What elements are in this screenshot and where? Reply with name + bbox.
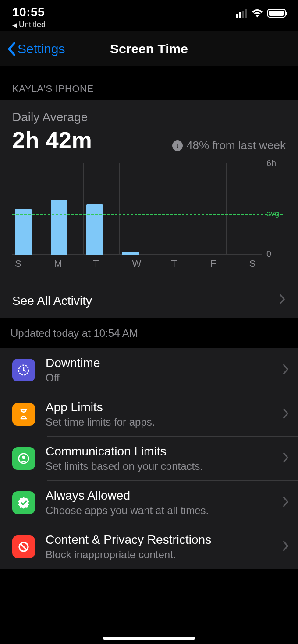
communication-limits-title: Communication Limits: [46, 444, 272, 458]
communication-limits-sub: Set limits based on your contacts.: [46, 460, 272, 472]
chevron-right-icon: [279, 294, 286, 308]
communication-limits-row[interactable]: Communication Limits Set limits based on…: [0, 437, 298, 480]
see-all-activity-label: See All Activity: [12, 294, 92, 308]
updated-timestamp: Updated today at 10:54 AM: [0, 318, 298, 348]
app-limits-title: App Limits: [46, 400, 272, 414]
chevron-right-icon: [282, 408, 289, 421]
checkmark-seal-icon: [12, 491, 35, 514]
status-right: [236, 5, 286, 18]
device-section-header: KAYLA'S IPHONE: [0, 66, 298, 100]
svg-line-4: [21, 544, 27, 550]
downtime-row[interactable]: Downtime Off: [0, 348, 298, 392]
weekly-change: ↓ 48% from last week: [172, 139, 286, 152]
chart-col: [191, 163, 227, 255]
x-tick: S: [12, 258, 51, 270]
content-privacy-row[interactable]: Content & Privacy Restrictions Block ina…: [0, 525, 298, 569]
chart-col: [84, 163, 120, 255]
see-all-activity-row[interactable]: See All Activity: [0, 283, 298, 318]
chart-bar: [122, 252, 139, 255]
chart-bar: [86, 204, 103, 255]
x-tick: T: [90, 258, 129, 270]
hourglass-icon: [12, 403, 35, 426]
person-circle-icon: [12, 447, 35, 470]
chart-col: [155, 163, 191, 255]
downtime-sub: Off: [46, 372, 272, 384]
chevron-right-icon: [282, 496, 289, 509]
chart-col: [227, 163, 262, 255]
x-tick: T: [169, 258, 208, 270]
always-allowed-sub: Choose apps you want at all times.: [46, 504, 272, 517]
chart-bar: [51, 200, 67, 255]
arrow-down-icon: ↓: [172, 140, 183, 151]
daily-average-card: Daily Average 2h 42m ↓ 48% from last wee…: [0, 100, 298, 318]
status-time: 10:55: [12, 5, 45, 19]
x-tick: W: [129, 258, 168, 270]
app-limits-row[interactable]: App Limits Set time limits for apps.: [0, 392, 298, 436]
content-privacy-title: Content & Privacy Restrictions: [46, 533, 272, 547]
chart-x-axis: SMTWTFS: [12, 258, 286, 270]
app-limits-sub: Set time limits for apps.: [46, 416, 272, 428]
daily-average-value: 2h 42m: [12, 127, 92, 153]
chart-y-axis: 6h avg 0: [266, 163, 286, 255]
cellular-signal-icon: [236, 9, 247, 18]
status-return-app-label: Untitled: [19, 20, 46, 29]
y-tick-bottom: 0: [266, 249, 271, 259]
x-tick: M: [51, 258, 90, 270]
status-return-to-app[interactable]: ◀ Untitled: [12, 20, 46, 29]
wifi-icon: [252, 9, 263, 18]
chart-col: [12, 163, 48, 255]
daily-average-label: Daily Average: [12, 110, 286, 124]
usage-chart: 6h avg 0: [12, 163, 286, 255]
nav-bar: Settings Screen Time: [0, 32, 298, 66]
chevron-right-icon: [282, 364, 289, 377]
nav-back-button[interactable]: Settings: [7, 42, 65, 56]
content-privacy-sub: Block inappropriate content.: [46, 549, 272, 561]
chevron-right-icon: [282, 540, 289, 553]
x-tick: S: [247, 258, 286, 270]
downtime-title: Downtime: [46, 356, 272, 370]
chart-col: [120, 163, 156, 255]
chart-col: [48, 163, 84, 255]
always-allowed-row[interactable]: Always Allowed Choose apps you want at a…: [0, 481, 298, 525]
y-tick-top: 6h: [266, 158, 276, 168]
no-sign-icon: [12, 536, 35, 558]
downtime-icon: [12, 359, 35, 382]
weekly-change-text: 48% from last week: [186, 139, 286, 152]
nav-back-label: Settings: [18, 42, 65, 56]
chevron-right-icon: [282, 452, 289, 465]
home-indicator[interactable]: [103, 637, 195, 640]
x-tick: F: [208, 258, 247, 270]
back-triangle-icon: ◀: [12, 21, 17, 28]
chevron-left-icon: [7, 42, 16, 56]
svg-point-2: [22, 456, 25, 459]
status-bar: 10:55 ◀ Untitled: [0, 0, 298, 32]
avg-line: [12, 214, 283, 215]
y-tick-avg: avg: [266, 209, 279, 218]
settings-list: Downtime Off App Limits Set time limits …: [0, 348, 298, 569]
status-left: 10:55 ◀ Untitled: [12, 5, 46, 29]
battery-icon: [267, 9, 286, 18]
always-allowed-title: Always Allowed: [46, 489, 272, 503]
chart-bar: [15, 209, 32, 255]
